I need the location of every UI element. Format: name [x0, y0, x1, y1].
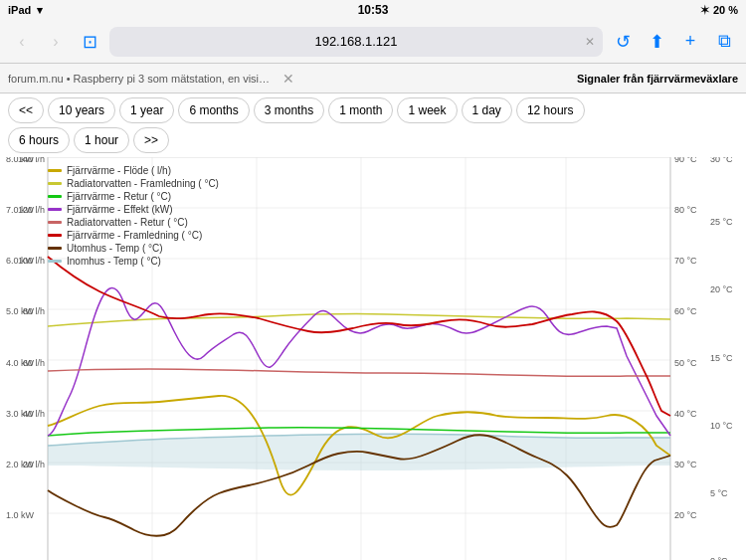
svg-text:5.0 kW: 5.0 kW	[6, 306, 35, 316]
bookmark-button[interactable]: ⊡	[76, 28, 103, 56]
legend-item-4: Radiatorvatten - Retur ( °C)	[48, 217, 219, 228]
time-range-row2: 6 hours 1 hour >>	[0, 127, 746, 157]
legend: Fjärrvärme - Flöde ( l/h) Radiatorvatten…	[48, 165, 219, 267]
clear-url-button[interactable]: ✕	[585, 35, 595, 49]
forward-button[interactable]: ›	[42, 28, 70, 56]
btn-10years[interactable]: 10 years	[48, 97, 115, 123]
legend-label-5: Fjärrvärme - Framledning ( °C)	[67, 230, 202, 241]
svg-text:25 °C: 25 °C	[710, 217, 733, 227]
svg-text:10 °C: 10 °C	[710, 421, 733, 431]
btn-6months[interactable]: 6 months	[178, 97, 249, 123]
tab-bar: forum.m.nu • Raspberry pi 3 som mätstati…	[0, 64, 746, 93]
legend-color-1	[48, 182, 62, 185]
btn-12hours[interactable]: 12 hours	[516, 97, 585, 123]
status-bar: iPad ▾ 10:53 ✶ 20 %	[0, 0, 746, 20]
svg-text:30 °C: 30 °C	[674, 460, 697, 469]
svg-text:40 °C: 40 °C	[674, 409, 697, 419]
legend-item-5: Fjärrvärme - Framledning ( °C)	[48, 230, 219, 241]
legend-color-7	[48, 260, 62, 263]
time-display: 10:53	[358, 3, 389, 17]
svg-text:90 °C: 90 °C	[674, 157, 697, 164]
time-range-row1: << 10 years 1 year 6 months 3 months 1 m…	[0, 93, 746, 127]
legend-item-7: Inomhus - Temp ( °C)	[48, 256, 219, 267]
svg-text:5 °C: 5 °C	[710, 488, 728, 498]
legend-label-2: Fjärrvärme - Retur ( °C)	[67, 191, 171, 202]
legend-color-2	[48, 195, 62, 198]
legend-label-7: Inomhus - Temp ( °C)	[67, 256, 161, 267]
svg-text:60 °C: 60 °C	[674, 306, 697, 316]
legend-label-0: Fjärrvärme - Flöde ( l/h)	[67, 165, 171, 176]
svg-text:80 °C: 80 °C	[674, 205, 697, 215]
svg-text:0 °C: 0 °C	[710, 556, 728, 560]
legend-label-3: Fjärrvärme - Effekt (kW)	[67, 204, 172, 215]
url-display: 192.168.1.121	[314, 34, 397, 49]
btn-1hour[interactable]: 1 hour	[74, 127, 129, 153]
legend-item-1: Radiatorvatten - Framledning ( °C)	[48, 178, 219, 189]
tab-label: forum.m.nu • Raspberry pi 3 som mätstati…	[8, 73, 275, 85]
legend-color-0	[48, 169, 62, 172]
svg-text:20 °C: 20 °C	[710, 284, 733, 294]
legend-label-1: Radiatorvatten - Framledning ( °C)	[67, 178, 219, 189]
svg-text:3.0 kW: 3.0 kW	[6, 409, 35, 419]
legend-label-4: Radiatorvatten - Retur ( °C)	[67, 217, 188, 228]
legend-color-5	[48, 234, 62, 237]
btn-6hours[interactable]: 6 hours	[8, 127, 70, 153]
back-button[interactable]: ‹	[8, 28, 36, 56]
tabs-button[interactable]: ⧉	[710, 28, 738, 56]
add-tab-button[interactable]: +	[676, 28, 704, 56]
svg-text:7.0 kW: 7.0 kW	[6, 205, 35, 215]
svg-text:2.0 kW: 2.0 kW	[6, 460, 35, 469]
svg-text:50 °C: 50 °C	[674, 358, 697, 368]
btn-next-next[interactable]: >>	[133, 127, 169, 153]
refresh-button[interactable]: ↺	[609, 28, 637, 56]
svg-text:8.0 kW: 8.0 kW	[6, 157, 35, 164]
svg-text:1.0 kW: 1.0 kW	[6, 510, 35, 520]
svg-text:20 °C: 20 °C	[674, 510, 697, 520]
btn-1week[interactable]: 1 week	[397, 97, 457, 123]
device-label: iPad	[8, 4, 31, 16]
share-button[interactable]: ⬆	[643, 28, 670, 56]
legend-item-2: Fjärrvärme - Retur ( °C)	[48, 191, 219, 202]
battery-display: 20 %	[713, 4, 738, 16]
legend-color-6	[48, 247, 62, 250]
legend-color-3	[48, 208, 62, 211]
wifi-icon: ▾	[37, 4, 43, 17]
chart-container: Fjärrvärme - Flöde ( l/h) Radiatorvatten…	[0, 157, 746, 560]
svg-text:6.0 kW: 6.0 kW	[6, 256, 35, 266]
btn-1day[interactable]: 1 day	[462, 97, 512, 123]
legend-item-6: Utomhus - Temp ( °C)	[48, 243, 219, 254]
address-bar[interactable]: 192.168.1.121 ✕	[109, 27, 603, 57]
svg-text:70 °C: 70 °C	[674, 256, 697, 266]
browser-bar: ‹ › ⊡ 192.168.1.121 ✕ ↺ ⬆ + ⧉	[0, 20, 746, 64]
close-tab-button[interactable]: ✕	[282, 71, 294, 87]
bluetooth-icon: ✶	[700, 4, 709, 17]
tab-right-label: Signaler från fjärrvärmeväxlare	[577, 73, 738, 85]
btn-3months[interactable]: 3 months	[254, 97, 324, 123]
legend-item-0: Fjärrvärme - Flöde ( l/h)	[48, 165, 219, 176]
btn-1year[interactable]: 1 year	[119, 97, 174, 123]
svg-text:4.0 kW: 4.0 kW	[6, 358, 35, 368]
legend-item-3: Fjärrvärme - Effekt (kW)	[48, 204, 219, 215]
svg-text:15 °C: 15 °C	[710, 353, 733, 363]
svg-text:30 °C: 30 °C	[710, 157, 733, 164]
btn-1month[interactable]: 1 month	[328, 97, 393, 123]
legend-color-4	[48, 221, 62, 224]
btn-prev-prev[interactable]: <<	[8, 97, 44, 123]
legend-label-6: Utomhus - Temp ( °C)	[67, 243, 163, 254]
